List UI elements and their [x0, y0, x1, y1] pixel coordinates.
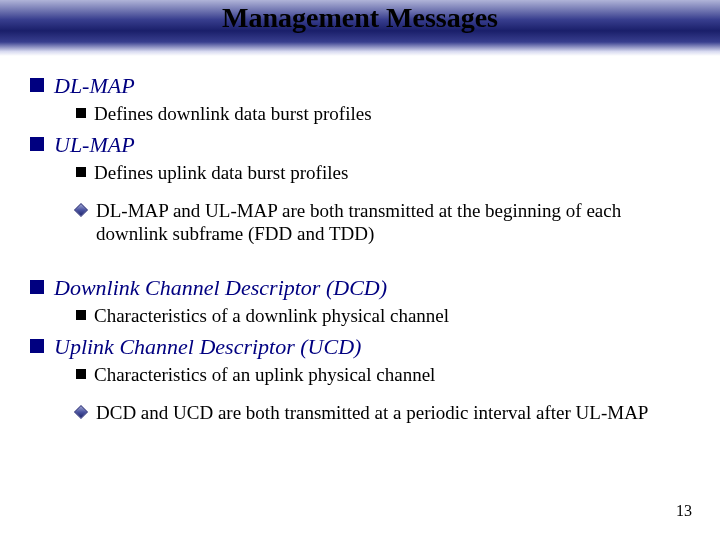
title-band: Management Messages [0, 0, 720, 56]
square-bullet-icon [30, 137, 44, 151]
list-item: DL-MAP [30, 72, 690, 100]
page-number: 13 [676, 502, 692, 520]
list-item-text: DCD and UCD are both transmitted at a pe… [96, 401, 648, 425]
list-item-text: Downlink Channel Descriptor (DCD) [54, 274, 387, 302]
square-bullet-icon [76, 167, 86, 177]
list-item-text: Defines uplink data burst profiles [94, 161, 348, 185]
list-item: Defines uplink data burst profiles [76, 161, 690, 185]
square-bullet-icon [30, 339, 44, 353]
list-item: DCD and UCD are both transmitted at a pe… [76, 401, 680, 425]
diamond-bullet-icon [74, 202, 88, 216]
list-item: Characteristics of a downlink physical c… [76, 304, 690, 328]
slide-title: Management Messages [0, 2, 720, 34]
list-item-text: Characteristics of an uplink physical ch… [94, 363, 435, 387]
list-item-text: Defines downlink data burst profiles [94, 102, 372, 126]
list-item: Characteristics of an uplink physical ch… [76, 363, 690, 387]
slide-content: DL-MAPDefines downlink data burst profil… [0, 56, 720, 424]
list-item-text: DL-MAP [54, 72, 135, 100]
list-item-text: UL-MAP [54, 131, 135, 159]
square-bullet-icon [76, 369, 86, 379]
list-item-text: Characteristics of a downlink physical c… [94, 304, 449, 328]
list-item: UL-MAP [30, 131, 690, 159]
square-bullet-icon [76, 108, 86, 118]
list-item: Defines downlink data burst profiles [76, 102, 690, 126]
diamond-bullet-icon [74, 404, 88, 418]
list-item-text: DL-MAP and UL-MAP are both transmitted a… [96, 199, 676, 247]
list-item: Downlink Channel Descriptor (DCD) [30, 274, 690, 302]
square-bullet-icon [76, 310, 86, 320]
square-bullet-icon [30, 78, 44, 92]
spacer [30, 246, 690, 268]
square-bullet-icon [30, 280, 44, 294]
list-item-text: Uplink Channel Descriptor (UCD) [54, 333, 361, 361]
slide: Management Messages DL-MAPDefines downli… [0, 0, 720, 540]
list-item: DL-MAP and UL-MAP are both transmitted a… [76, 199, 680, 247]
list-item: Uplink Channel Descriptor (UCD) [30, 333, 690, 361]
